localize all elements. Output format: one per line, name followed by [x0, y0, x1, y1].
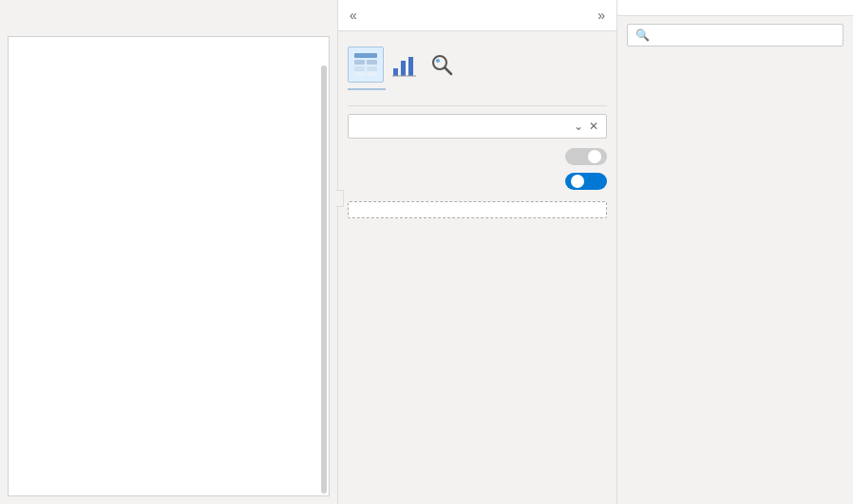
viz-type-selector [348, 47, 607, 83]
scrollbar[interactable] [321, 65, 327, 494]
viz-expand-button[interactable]: » [597, 8, 605, 23]
toggle-dot [588, 150, 601, 163]
viz-panel-header: « » [338, 0, 616, 31]
category-column-header [9, 43, 329, 50]
search-input[interactable] [655, 28, 835, 42]
svg-rect-3 [354, 66, 365, 71]
svg-point-13 [436, 59, 440, 63]
viz-content: ⌄ ✕ [338, 31, 616, 504]
svg-rect-5 [354, 72, 365, 76]
svg-line-12 [445, 67, 451, 74]
data-panel: 🔍 [617, 0, 853, 504]
filters-tab[interactable] [335, 190, 344, 207]
cross-report-row [348, 148, 607, 165]
cross-report-toggle[interactable] [565, 148, 607, 165]
toggle-dot-on [571, 175, 584, 188]
columns-dropdown-icon[interactable]: ⌄ [574, 120, 583, 133]
columns-section: ⌄ ✕ [348, 114, 607, 139]
svg-rect-9 [408, 57, 413, 76]
add-drillthrough-button[interactable] [348, 201, 607, 218]
viz-type-search[interactable] [424, 47, 460, 83]
visual-container [8, 36, 330, 496]
viz-type-table[interactable] [348, 47, 384, 83]
search-icon: 🔍 [635, 28, 650, 42]
columns-field[interactable]: ⌄ ✕ [348, 114, 607, 139]
section-divider-1 [348, 105, 607, 106]
svg-rect-7 [393, 68, 398, 76]
columns-remove-icon[interactable]: ✕ [589, 120, 598, 133]
viz-type-bar[interactable] [386, 47, 422, 83]
category-list [9, 37, 329, 56]
keep-filters-row [348, 173, 607, 190]
svg-rect-6 [367, 72, 377, 76]
svg-rect-4 [367, 66, 377, 71]
svg-rect-1 [354, 60, 365, 65]
svg-rect-2 [367, 60, 377, 65]
data-tree [617, 54, 853, 504]
viz-collapse-button[interactable]: « [350, 8, 357, 23]
keep-filters-toggle[interactable] [565, 173, 607, 190]
data-panel-header [617, 0, 853, 16]
search-box: 🔍 [627, 24, 844, 47]
left-panel: ≡ 📌 ☰ ⛶ ··· [0, 0, 337, 504]
svg-rect-0 [354, 53, 377, 58]
drill-through-section [348, 148, 607, 218]
viz-panel: « » [337, 0, 617, 504]
svg-rect-8 [401, 61, 406, 76]
columns-field-actions: ⌄ ✕ [574, 120, 598, 133]
